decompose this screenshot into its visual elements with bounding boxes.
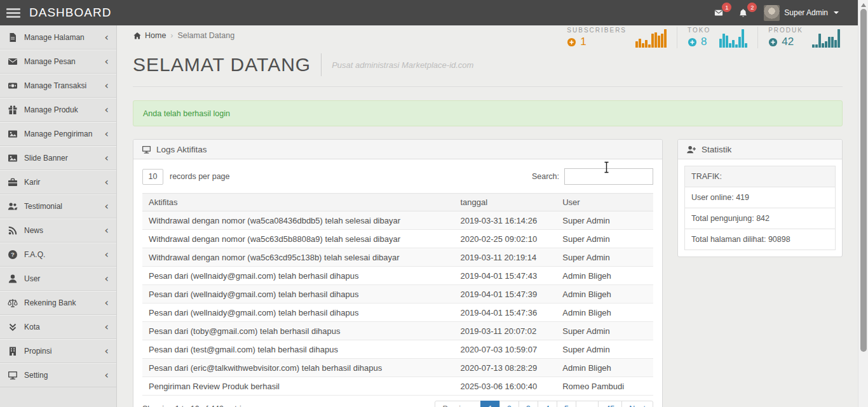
sidebar-item-label: Slide Banner (24, 154, 68, 163)
desktop-icon (8, 370, 18, 380)
table-cell: Withdrawal dengan nomor (wa5ca08436dbdb5… (142, 211, 454, 230)
chevron-left-icon: ‹ (105, 201, 109, 211)
sidebar-item-propinsi[interactable]: Propinsi‹ (0, 339, 116, 363)
page-button-previous[interactable]: Previous (435, 401, 481, 407)
stat-widget-subscribers: SUBSCRIBERS1 (557, 27, 677, 48)
sidebar-item-karir[interactable]: Karir‹ (0, 170, 116, 194)
sidebar-item-label: Kota (24, 323, 40, 331)
breadcrumb-home[interactable]: Home (133, 31, 166, 40)
page-header: SELAMAT DATANG Pusat administrasi Market… (133, 53, 843, 87)
top-navbar: DASHBOARD 1 2 Super Admin (0, 0, 858, 25)
table-cell: Admin Bligeh (556, 285, 653, 304)
table-cell: Pesan dari (wellnaidy@gmail.com) telah b… (142, 285, 454, 304)
chevron-left-icon: ‹ (105, 298, 109, 308)
records-per-page-select[interactable]: 10 (142, 169, 163, 185)
briefcase-icon (8, 177, 18, 187)
table-cell: Pesan dari (wellnaidy@gmail.com) telah b… (142, 304, 454, 322)
sidebar-item-label: User (24, 274, 40, 283)
sidebar-item-manage-produk[interactable]: Manage Produk‹ (0, 98, 116, 122)
table-row: Withdrawal dengan nomor (wa5ca08436dbdb5… (142, 211, 653, 230)
page-button--[interactable]: … (576, 401, 599, 407)
sidebar-item-manage-pesan[interactable]: Manage Pesan‹ (0, 50, 116, 74)
sidebar-item-label: Testimonial (24, 202, 62, 211)
messages-icon[interactable]: 1 (713, 7, 726, 18)
table-cell: 2019-04-01 15:47:36 (454, 304, 556, 322)
sidebar-item-f-a-q[interactable]: ?F.A.Q.‹ (0, 243, 116, 267)
user-menu[interactable]: Super Admin (764, 5, 839, 21)
text-cursor (603, 161, 610, 176)
page-button-next[interactable]: Next (621, 401, 653, 407)
chevron-left-icon: ‹ (105, 129, 109, 139)
stat-label: TOKO (688, 27, 710, 34)
table-cell: Withdrawal dengan nomor (wa5c63cd95c138b… (142, 248, 454, 267)
statistik-item: TRAFIK: (684, 166, 836, 187)
page-button-2[interactable]: 2 (499, 401, 519, 407)
page-button-45[interactable]: 45 (598, 401, 622, 407)
scroll-up-icon[interactable] (861, 3, 866, 7)
table-row: Pesan dari (wellnaidy@gmail.com) telah b… (142, 267, 653, 285)
column-header-user[interactable]: User (556, 194, 653, 211)
table-cell: 2020-07-03 10:59:07 (454, 340, 556, 359)
chevron-left-icon: ‹ (105, 177, 109, 187)
sidebar-item-label: Manage Halaman (24, 33, 85, 42)
table-cell: 2019-04-01 15:47:39 (454, 285, 556, 304)
scrollbar[interactable] (858, 0, 868, 407)
chevron-left-icon: ‹ (105, 322, 109, 332)
column-header-tanggal[interactable]: tanggal (454, 194, 556, 211)
user-name: Super Admin (784, 8, 828, 17)
statistik-item: User online: 419 (684, 187, 836, 208)
sidebar-item-label: Manage Pesan (24, 57, 76, 66)
search-label: Search: (532, 172, 559, 181)
stat-value: 8 (688, 36, 710, 48)
table-cell: Romeo Pambudi (556, 377, 653, 396)
page-button-4[interactable]: 4 (538, 401, 557, 407)
sidebar-item-kota[interactable]: Kota‹ (0, 315, 116, 339)
chevron-left-icon: ‹ (105, 274, 109, 284)
table-cell: Super Admin (556, 230, 653, 248)
table-cell: Super Admin (556, 211, 653, 230)
stat-sparkline (719, 28, 747, 48)
stat-widget-toko: TOKO8 (677, 27, 757, 48)
question-icon: ? (8, 250, 18, 260)
rss-icon (8, 225, 18, 236)
scrollbar-thumb[interactable] (860, 9, 867, 352)
table-cell: 2020-02-25 09:02:10 (454, 230, 556, 248)
page-subtitle: Pusat administrasi Marketplace-id.com (332, 60, 473, 70)
sidebar-item-news[interactable]: News‹ (0, 218, 116, 243)
table-cell: Admin Bligeh (556, 359, 653, 377)
sidebar-item-user[interactable]: User‹ (0, 267, 116, 291)
sidebar-item-rekening-bank[interactable]: Rekening Bank‹ (0, 291, 116, 315)
column-header-aktifitas[interactable]: Aktifitas (142, 194, 454, 211)
sidebar-item-testimonial[interactable]: Testimonial‹ (0, 194, 116, 218)
table-cell: Admin Bligeh (556, 304, 653, 322)
notifications-badge: 2 (747, 3, 757, 12)
breadcrumb-current: Selamat Datang (178, 31, 235, 40)
page-button-3[interactable]: 3 (519, 401, 538, 407)
records-per-page-label: records per page (170, 172, 230, 181)
logs-panel-header: Logs Aktifitas (133, 140, 662, 159)
menu-toggle-icon[interactable] (6, 6, 20, 20)
home-icon (133, 32, 142, 40)
sidebar-item-label: Manage Pengiriman (24, 130, 92, 138)
sidebar-item-slide-banner[interactable]: Slide Banner‹ (0, 146, 116, 170)
sidebar-item-setting[interactable]: Setting‹ (0, 363, 116, 387)
stat-sparkline (635, 28, 667, 48)
table-cell: Pengiriman Review Produk berhasil (142, 377, 454, 396)
page-button-1[interactable]: 1 (480, 401, 500, 407)
sidebar-item-manage-halaman[interactable]: Manage Halaman‹ (0, 25, 116, 50)
table-row: Withdrawal dengan nomor (wa5c63d5b8808a9… (142, 230, 653, 248)
sidebar-item-label: Karir (24, 178, 40, 187)
plus-circle-icon (768, 37, 778, 47)
chevron-down-icon (834, 11, 839, 14)
sidebar-item-manage-transaksi[interactable]: Manage Transaksi‹ (0, 74, 116, 98)
page-button-5[interactable]: 5 (557, 401, 576, 407)
table-row: Pesan dari (eric@talkwithwebvisitor.com)… (142, 359, 653, 377)
table-cell: Pesan dari (test@gmail.com) telah berhas… (142, 340, 454, 359)
table-cell: Admin Bligeh (556, 267, 653, 285)
messages-badge: 1 (722, 3, 731, 12)
table-cell: Super Admin (556, 322, 653, 340)
users-icon (8, 201, 18, 211)
chevron-left-icon: ‹ (105, 105, 109, 115)
sidebar-item-manage-pengiriman[interactable]: Manage Pengiriman‹ (0, 122, 116, 146)
notifications-icon[interactable]: 2 (738, 7, 751, 18)
